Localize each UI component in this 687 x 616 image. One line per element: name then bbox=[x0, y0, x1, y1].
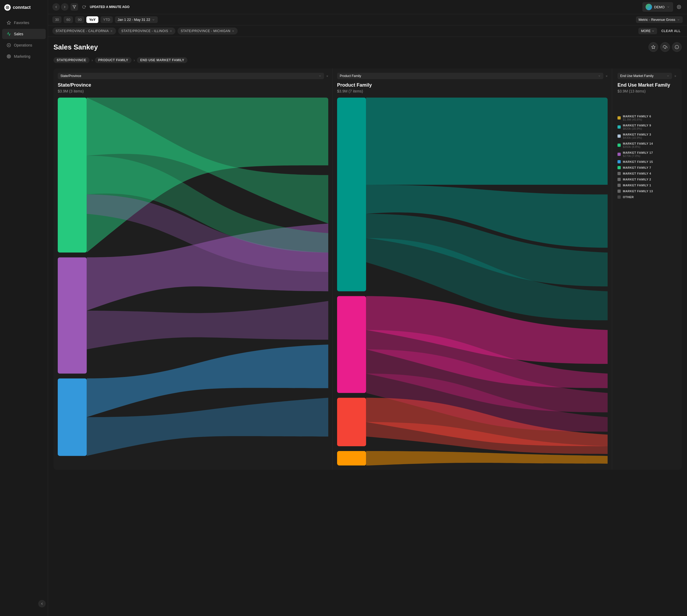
end-use-dropdown-label: End Use Market Family bbox=[620, 74, 653, 78]
topbar: UPDATED A MINUTE AGO DEMO bbox=[48, 0, 687, 14]
date-range-selector[interactable]: Jan 1 22 - May 31 22 bbox=[115, 16, 158, 23]
breadcrumb-product[interactable]: PRODUCT FAMILY bbox=[95, 57, 132, 63]
demo-selector[interactable]: DEMO bbox=[642, 2, 673, 12]
legend-name-mf15: MARKET FAMILY 15 bbox=[623, 160, 653, 163]
chip-illinois-close[interactable]: × bbox=[170, 29, 172, 33]
state-sankey-svg bbox=[58, 97, 328, 465]
state-close-button[interactable]: × bbox=[326, 74, 328, 78]
chip-california-close[interactable]: × bbox=[110, 29, 113, 33]
legend-dot-mf1 bbox=[618, 184, 621, 187]
collapse-button[interactable] bbox=[38, 600, 46, 608]
legend-dot-mf14 bbox=[618, 144, 621, 147]
more-button[interactable]: MORE bbox=[638, 28, 657, 34]
svg-point-10 bbox=[679, 6, 680, 7]
time-btn-30[interactable]: 30 bbox=[52, 16, 62, 23]
legend-dot-mf13 bbox=[618, 190, 621, 193]
legend-items: MARKET FAMILY 6 $1.8M (45.6%) MARKET FAM… bbox=[618, 115, 676, 199]
forward-button[interactable] bbox=[61, 3, 68, 11]
refresh-button[interactable] bbox=[80, 3, 88, 11]
end-use-value: $3.9M (13 items) bbox=[618, 89, 676, 93]
logo: conntact bbox=[0, 4, 48, 17]
sidebar-item-operations-label: Operations bbox=[14, 43, 32, 47]
chip-michigan[interactable]: STATE/PROVINCE - MICHIGAN × bbox=[177, 27, 238, 35]
dollar-icon bbox=[6, 43, 11, 48]
svg-point-7 bbox=[8, 56, 10, 58]
legend-name-mf7: MARKET FAMILY 7 bbox=[623, 166, 651, 169]
svg-point-1 bbox=[7, 7, 8, 8]
legend-item-mf7: MARKET FAMILY 7 bbox=[618, 166, 676, 169]
breadcrumb-state[interactable]: STATE/PROVINCE bbox=[53, 57, 90, 63]
logo-icon bbox=[4, 4, 11, 11]
product-family-value: $3.9M (7 items) bbox=[337, 89, 607, 93]
chip-california[interactable]: STATE/PROVINCE - CALIFORNIA × bbox=[52, 27, 116, 35]
breadcrumb-enduse[interactable]: END USE MARKET FAMILY bbox=[137, 57, 187, 63]
svg-rect-16 bbox=[58, 97, 87, 252]
date-range-label: Jan 1 22 - May 31 22 bbox=[118, 18, 150, 22]
filter-button[interactable] bbox=[71, 3, 78, 11]
date-chevron-icon bbox=[152, 18, 155, 21]
sidebar-item-sales[interactable]: Sales bbox=[2, 29, 46, 39]
metric-selector[interactable]: Metric - Revenue Gross bbox=[636, 16, 683, 23]
legend-dot-mf15 bbox=[618, 160, 621, 163]
legend-sub-mf9: $820k (20.9%) bbox=[623, 127, 651, 130]
product-family-header: Product Family × bbox=[337, 73, 607, 79]
time-btn-yoy[interactable]: YoY bbox=[86, 16, 98, 23]
legend-item-mf17: MARKET FAMILY 17 $270k (7.0%) bbox=[618, 151, 676, 157]
settings-button[interactable] bbox=[675, 3, 683, 11]
legend-dot-mf4 bbox=[618, 172, 621, 175]
product-family-dropdown-label: Product Family bbox=[340, 74, 361, 78]
legend-name-mf14: MARKET FAMILY 14 bbox=[623, 142, 653, 145]
product-family-column: Product Family × Product Family $3.9M (7… bbox=[333, 68, 612, 470]
legend-sub-mf17: $270k (7.0%) bbox=[623, 154, 653, 157]
favorite-button[interactable] bbox=[648, 42, 658, 52]
download-icon bbox=[663, 45, 667, 49]
state-province-visual bbox=[58, 97, 328, 465]
state-province-column: State/Province × State/Province $3.9M (3… bbox=[53, 68, 333, 470]
page-title: Sales Sankey bbox=[53, 43, 98, 51]
download-button[interactable] bbox=[660, 42, 670, 52]
product-close-button[interactable]: × bbox=[605, 74, 607, 78]
star-icon bbox=[6, 20, 11, 25]
end-use-close-button[interactable]: × bbox=[674, 74, 676, 78]
sidebar-item-sales-label: Sales bbox=[14, 32, 23, 36]
chip-illinois-label: STATE/PROVINCE - ILLINOIS bbox=[121, 29, 168, 33]
time-btn-60[interactable]: 60 bbox=[64, 16, 73, 23]
legend-item-mf4: MARKET FAMILY 4 bbox=[618, 172, 676, 175]
end-use-title: End Use Market Family bbox=[618, 82, 676, 88]
more-chevron-icon bbox=[652, 30, 655, 32]
product-family-dropdown[interactable]: Product Family bbox=[337, 73, 603, 79]
state-province-header: State/Province × bbox=[58, 73, 328, 79]
time-btn-90[interactable]: 90 bbox=[75, 16, 84, 23]
product-family-title: Product Family bbox=[337, 82, 607, 88]
end-use-dropdown[interactable]: End Use Market Family bbox=[618, 73, 672, 79]
sidebar-item-favorites[interactable]: Favorites bbox=[2, 18, 46, 28]
legend-dot-mf3 bbox=[618, 134, 621, 138]
state-province-dropdown[interactable]: State/Province bbox=[58, 73, 324, 79]
svg-rect-22 bbox=[337, 451, 366, 465]
info-button[interactable] bbox=[672, 42, 682, 52]
state-province-value: $3.9M (3 items) bbox=[58, 89, 328, 93]
svg-rect-20 bbox=[337, 296, 366, 393]
clear-all-button[interactable]: CLEAR ALL bbox=[659, 28, 683, 34]
sidebar-item-marketing[interactable]: Marketing bbox=[2, 51, 46, 62]
avatar bbox=[646, 4, 652, 10]
header-actions bbox=[648, 42, 682, 52]
chip-bar: STATE/PROVINCE - CALIFORNIA × STATE/PROV… bbox=[48, 25, 687, 37]
sidebar-item-operations[interactable]: Operations bbox=[2, 40, 46, 50]
chip-illinois[interactable]: STATE/PROVINCE - ILLINOIS × bbox=[118, 27, 175, 35]
chip-michigan-close[interactable]: × bbox=[232, 29, 235, 33]
legend-sub-mf3: $430k (10.9%) bbox=[623, 136, 651, 139]
legend-item-mf15: MARKET FAMILY 15 bbox=[618, 160, 676, 163]
sankey-container: State/Province × State/Province $3.9M (3… bbox=[53, 68, 682, 470]
svg-rect-19 bbox=[337, 97, 366, 291]
legend-dot-mf2 bbox=[618, 178, 621, 181]
time-btn-ytd[interactable]: YTD bbox=[101, 16, 113, 23]
state-province-title: State/Province bbox=[58, 82, 328, 88]
legend-name-other: OTHER bbox=[623, 195, 634, 199]
legend-dot-mf6 bbox=[618, 116, 621, 119]
legend-name-mf1: MARKET FAMILY 1 bbox=[623, 184, 651, 187]
breadcrumb-arrow-1: › bbox=[92, 58, 93, 62]
legend-dot-other bbox=[618, 195, 621, 199]
end-use-header: End Use Market Family × bbox=[618, 73, 676, 79]
back-button[interactable] bbox=[52, 3, 60, 11]
